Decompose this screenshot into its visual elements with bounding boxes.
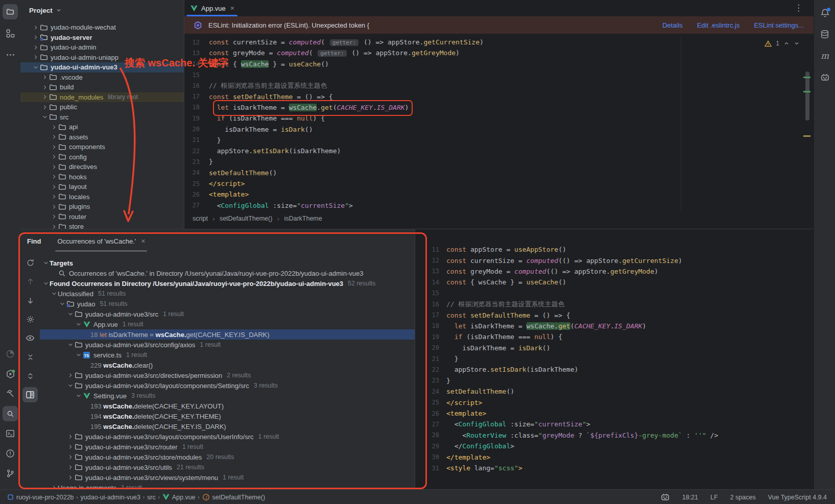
code-line-16[interactable]: 16// 根据浏览器当前主题设置系统主题色 <box>184 80 484 91</box>
find-result-row[interactable]: App.vue1 result <box>40 319 415 329</box>
find-result-row[interactable]: yudao-ui-admin-vue3/src/directives/permi… <box>40 370 415 380</box>
banner-link-details[interactable]: Details <box>662 21 683 29</box>
search-button[interactable] <box>3 406 18 421</box>
project-tree-row[interactable]: directives <box>20 162 184 172</box>
status-crumb[interactable]: yudao-ui-admin-vue3 <box>81 494 140 501</box>
code-line-15[interactable]: 15 <box>184 69 484 80</box>
more-button[interactable] <box>3 47 18 62</box>
code-line-19[interactable]: 19 if (isDarkTheme === null) { <box>422 331 718 342</box>
code-line-17[interactable]: 17const setDefaultTheme = () => { <box>184 91 484 102</box>
find-result-row[interactable]: Setting.vue3 results <box>40 391 415 401</box>
find-result-row[interactable]: 18 let isDarkTheme = wsCache.get(CACHE_K… <box>40 329 415 340</box>
robot-button[interactable] <box>817 69 832 85</box>
find-result-row[interactable]: yudao51 results <box>40 299 415 309</box>
find-result-row[interactable]: 195 wsCache.delete(CACHE_KEY.IS_DARK) <box>40 421 415 431</box>
code-line-18[interactable]: 18 let isDarkTheme = wsCache.get(CACHE_K… <box>422 321 718 331</box>
code-line-19[interactable]: 19 if (isDarkTheme === null) { <box>184 113 484 124</box>
status-item[interactable]: Vue TypeScript 4.9.4 <box>768 494 827 501</box>
code-line-16[interactable]: 16// 根据浏览器当前主题设置系统主题色 <box>422 299 718 309</box>
project-tree-row[interactable]: node_moduleslibrary root <box>20 92 184 103</box>
project-tree-row[interactable]: hooks <box>20 172 184 182</box>
find-tab[interactable]: Occurrences of 'wsCache.' × <box>57 229 145 253</box>
banner-link-edit-eslintrc[interactable]: Edit .eslintrc.js <box>697 21 740 29</box>
code-line-13[interactable]: 13const greyMode = computed(() => appSto… <box>422 266 718 277</box>
folder-button[interactable] <box>3 4 18 19</box>
find-result-row[interactable]: 193 wsCache.delete(CACHE_KEY.LAYOUT) <box>40 401 415 411</box>
project-tree-row[interactable]: api <box>20 122 184 132</box>
status-crumb[interactable]: ruoyi-vue-pro-2022b <box>7 494 74 501</box>
arrowDown-button[interactable] <box>22 293 38 308</box>
eye-button[interactable] <box>22 330 38 346</box>
code-line-28[interactable]: 28 <RouterView :class="greyMode ? `${pre… <box>422 430 718 441</box>
code-line-14[interactable]: 14const { wsCache } = useCache() <box>422 277 718 287</box>
collapse-button[interactable] <box>22 368 38 383</box>
find-result-row[interactable]: Occurrences of 'wsCache.' in Directory /… <box>40 268 415 278</box>
project-tree-row[interactable]: plugins <box>20 202 184 212</box>
pie-button[interactable] <box>3 346 18 362</box>
code-line-13[interactable]: 13const greyMode = computed( getter: () … <box>184 47 484 58</box>
status-crumb[interactable]: src <box>147 494 156 501</box>
find-result-row[interactable]: yudao-ui-admin-vue3/src/utils21 results <box>40 462 415 472</box>
status-item[interactable]: LF <box>710 494 718 501</box>
project-tree-row[interactable]: public <box>20 102 184 112</box>
inspections-widget[interactable]: 1 <box>765 40 800 47</box>
expand-button[interactable] <box>22 349 38 365</box>
tab-close-icon[interactable]: × <box>229 4 234 12</box>
status-item[interactable]: 2 spaces <box>730 494 756 501</box>
code-line-30[interactable]: 30</template> <box>422 451 718 462</box>
project-tree-row[interactable]: components <box>20 142 184 152</box>
code-line-24[interactable]: 24setDefaultTheme() <box>422 386 718 397</box>
project-tree-row[interactable]: yudao-server <box>20 33 184 43</box>
find-result-row[interactable]: Unclassified51 results <box>40 289 415 299</box>
breadcrumb-item[interactable]: setDefaultTheme() <box>220 215 273 222</box>
find-result-row[interactable]: Targets <box>40 258 415 268</box>
find-result-row[interactable]: yudao-ui-admin-vue3/src/router1 result <box>40 442 415 452</box>
code-line-21[interactable]: 21 } <box>422 353 718 364</box>
find-result-row[interactable]: 229 wsCache.clear() <box>40 360 415 370</box>
code-line-24[interactable]: 24setDefaultTheme() <box>184 167 484 178</box>
code-line-29[interactable]: 29 </ConfigGlobal> <box>422 441 718 451</box>
breadcrumb-item[interactable]: isDarkTheme <box>284 215 322 222</box>
project-tree-row[interactable]: build <box>20 82 184 92</box>
code-line-22[interactable]: 22 appStore.setIsDark(isDarkTheme) <box>184 146 484 156</box>
code-line-15[interactable]: 15 <box>422 288 718 299</box>
modules-button[interactable] <box>3 26 18 41</box>
find-tab-close-icon[interactable]: × <box>140 237 145 245</box>
problems-button[interactable] <box>3 446 18 461</box>
find-result-row[interactable]: yudao-ui-admin-vue3/src1 result <box>40 309 415 319</box>
find-result-row[interactable]: TSservice.ts1 result <box>40 350 415 360</box>
find-result-row[interactable]: yudao-ui-admin-vue3/src/store/modules20 … <box>40 452 415 462</box>
bell-button[interactable] <box>817 5 832 20</box>
project-tree-row[interactable]: yudao-ui-admin-vue3 <box>20 62 184 73</box>
editor-scrollbar[interactable] <box>805 71 809 121</box>
project-tree-row[interactable]: src <box>20 112 184 123</box>
project-tree-row[interactable]: router <box>20 212 184 222</box>
find-result-row[interactable]: yudao-ui-admin-vue3/src/layout/component… <box>40 431 415 442</box>
project-tree-row[interactable]: assets <box>20 132 184 142</box>
project-tree-row[interactable]: .vscode <box>20 73 184 83</box>
project-tree-row[interactable]: yudao-ui-admin-uniapp <box>20 53 184 63</box>
editor-options-icon[interactable]: ⋮ <box>794 3 803 13</box>
database-button[interactable] <box>817 27 832 42</box>
code-line-26[interactable]: 26<template> <box>422 408 718 419</box>
status-crumb[interactable]: fsetDefaultTheme() <box>202 493 266 501</box>
run-button[interactable] <box>3 366 18 381</box>
code-line-25[interactable]: 25</script> <box>184 178 484 189</box>
code-line-27[interactable]: 27 <ConfigGlobal :size="currentSize"> <box>184 200 484 210</box>
code-line-22[interactable]: 22 appStore.setIsDark(isDarkTheme) <box>422 364 718 375</box>
banner-link-eslint-settings[interactable]: ESLint settings... <box>754 21 804 29</box>
breadcrumb-item[interactable]: script <box>193 215 208 222</box>
terminal-button[interactable] <box>3 426 18 441</box>
code-line-14[interactable]: 14const { wsCache } = useCache() <box>184 59 484 69</box>
code-line-23[interactable]: 23} <box>184 156 484 167</box>
gear-button[interactable] <box>22 311 38 327</box>
project-tree-row[interactable]: config <box>20 152 184 162</box>
project-panel-header[interactable]: Project <box>20 0 184 20</box>
code-line-12[interactable]: 12const currentSize = computed( getter: … <box>184 37 484 47</box>
code-line-26[interactable]: 26<template> <box>184 189 484 200</box>
previewPane-button[interactable] <box>22 387 38 402</box>
code-line-21[interactable]: 21 } <box>184 135 484 146</box>
editor-tab-appvue[interactable]: App.vue × <box>184 0 240 16</box>
find-result-row[interactable]: yudao-ui-admin-vue3/src/config/axios1 re… <box>40 340 415 350</box>
find-result-row[interactable]: 194 wsCache.delete(CACHE_KEY.THEME) <box>40 411 415 421</box>
